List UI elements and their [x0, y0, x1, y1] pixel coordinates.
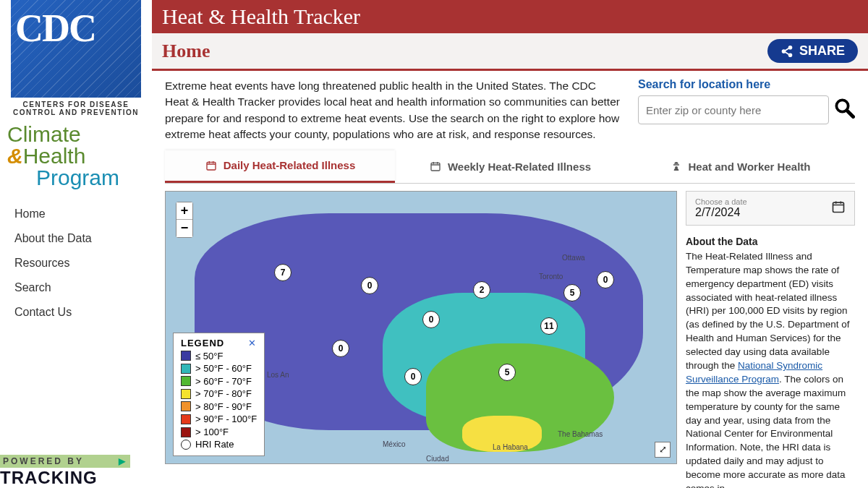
- hri-marker[interactable]: 2: [473, 281, 490, 299]
- share-button[interactable]: SHARE: [767, 39, 858, 63]
- about-data-body: The Heat-Related Illness and Temperature…: [686, 250, 855, 488]
- tab-2[interactable]: Heat and Worker Health: [625, 150, 855, 183]
- search-input[interactable]: [638, 95, 829, 124]
- hri-marker[interactable]: 5: [563, 284, 581, 301]
- hri-marker-icon: [181, 440, 191, 450]
- map-label: La Habana: [493, 443, 528, 451]
- date-picker[interactable]: Choose a date 2/7/2024: [686, 191, 855, 226]
- svg-rect-4: [207, 162, 216, 170]
- hri-marker[interactable]: 0: [404, 368, 422, 385]
- tracking-badge[interactable]: POWERED BY TRACKING: [0, 455, 130, 488]
- sidebar-item-search[interactable]: Search: [0, 275, 152, 300]
- cdc-logo[interactable]: CDC: [11, 0, 141, 98]
- breadcrumb: Home: [162, 40, 210, 62]
- map-label: Los An: [267, 371, 289, 379]
- search-label: Search for location here: [638, 78, 855, 91]
- subheader: Home SHARE: [152, 33, 868, 71]
- legend-row: > 60°F - 70°F: [181, 375, 257, 388]
- program-logo[interactable]: Climate &Health Program: [7, 124, 152, 189]
- sidebar-item-about-the-data[interactable]: About the Data: [0, 226, 152, 251]
- calendar-icon: [429, 160, 442, 173]
- tab-1[interactable]: Weekly Heat-Related Illness: [395, 150, 625, 183]
- hri-marker[interactable]: 0: [422, 311, 440, 328]
- legend-row: > 70°F - 80°F: [181, 388, 257, 401]
- hri-marker[interactable]: 5: [498, 364, 516, 381]
- map-label: Ottawa: [562, 254, 585, 262]
- hri-marker[interactable]: 0: [361, 277, 378, 294]
- zoom-out-button[interactable]: −: [176, 220, 192, 237]
- map-label: Ciudad: [426, 455, 449, 463]
- hri-marker[interactable]: 0: [597, 271, 614, 288]
- tab-0[interactable]: Daily Heat-Related Illness: [165, 150, 395, 183]
- map-label: Toronto: [539, 273, 563, 281]
- legend-row: ≤ 50°F: [181, 350, 257, 363]
- close-icon[interactable]: ✕: [248, 338, 257, 348]
- sidebar: CDC CENTERS FOR DISEASECONTROL AND PREVE…: [0, 0, 152, 488]
- sidebar-nav: HomeAbout the DataResourcesSearchContact…: [0, 202, 152, 325]
- calendar-icon: [831, 200, 846, 216]
- zoom-controls: + −: [176, 202, 193, 238]
- svg-rect-6: [833, 203, 844, 213]
- hri-marker[interactable]: 7: [274, 264, 292, 281]
- legend-row: > 90°F - 100°F: [181, 413, 257, 426]
- about-data-title: About the Data: [686, 236, 855, 247]
- hri-marker[interactable]: 11: [540, 317, 558, 335]
- worker-icon: [670, 160, 683, 173]
- map-label: México: [383, 440, 406, 448]
- cdc-tagline: CENTERS FOR DISEASECONTROL AND PREVENTIO…: [0, 100, 152, 116]
- map[interactable]: + − 70250011005 OttawaTorontoLos AnMéxic…: [165, 191, 677, 464]
- hri-marker[interactable]: 0: [332, 340, 349, 357]
- main: Heat & Health Tracker Home SHARE Extreme…: [152, 0, 868, 488]
- search-icon[interactable]: [833, 97, 855, 124]
- tabs: Daily Heat-Related IllnessWeekly Heat-Re…: [165, 150, 855, 184]
- map-label: The Bahamas: [558, 430, 603, 438]
- sidebar-item-home[interactable]: Home: [0, 202, 152, 226]
- zoom-in-button[interactable]: +: [176, 202, 192, 220]
- map-legend: LEGEND✕ ≤ 50°F> 50°F - 60°F> 60°F - 70°F…: [173, 333, 265, 456]
- page-banner: Heat & Health Tracker: [152, 0, 868, 33]
- calendar-icon: [205, 159, 218, 172]
- sidebar-item-resources[interactable]: Resources: [0, 251, 152, 275]
- share-icon: [780, 45, 793, 58]
- sidebar-item-contact-us[interactable]: Contact Us: [0, 300, 152, 325]
- svg-rect-5: [431, 163, 440, 171]
- search-block: Search for location here: [638, 78, 855, 143]
- legend-row: > 80°F - 90°F: [181, 401, 257, 414]
- legend-row: > 100°F: [181, 426, 257, 439]
- expand-icon[interactable]: ⤢: [655, 442, 671, 458]
- intro-text: Extreme heat events have long threatened…: [165, 78, 621, 143]
- legend-row: > 50°F - 60°F: [181, 362, 257, 375]
